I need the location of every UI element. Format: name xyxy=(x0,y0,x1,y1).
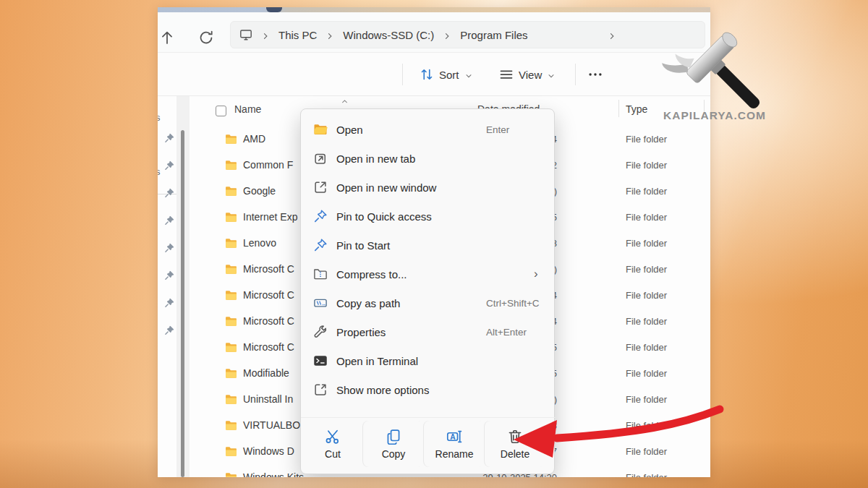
command-toolbar: Sort View xyxy=(158,53,710,96)
folder-icon xyxy=(224,211,238,223)
copy-icon xyxy=(386,429,401,445)
menu-item-shortcut: Alt+Enter xyxy=(486,327,527,338)
menu-item-label: Compress to... xyxy=(336,268,407,281)
sort-label: Sort xyxy=(439,69,459,81)
breadcrumb-segment[interactable]: Program Files xyxy=(443,29,527,41)
menu-item-shortcut: Ctrl+Shift+C xyxy=(486,298,540,309)
breadcrumb-label[interactable]: Windows-SSD (C:) xyxy=(343,29,434,41)
chevron-right-icon xyxy=(534,269,544,279)
file-type: File folder xyxy=(626,212,667,223)
file-name: Windows Kits xyxy=(243,471,304,477)
watermark-text: KAPILARYA.COM xyxy=(663,109,766,121)
folder-icon xyxy=(224,289,238,301)
chevron-down-icon xyxy=(547,70,556,79)
desktop-background: { "colors": { "accent_blue": "#2f7bd0", … xyxy=(0,0,868,488)
chevron-right-icon xyxy=(326,30,334,39)
context-menu-item[interactable]: Open in new window xyxy=(301,173,554,202)
file-name: Google xyxy=(243,185,276,197)
action-label: Copy xyxy=(382,448,406,460)
copy-path-icon xyxy=(313,296,328,310)
file-name: Microsoft C xyxy=(243,315,294,327)
pin-icon xyxy=(313,238,328,252)
chevron-right-icon xyxy=(261,30,270,39)
tab-strip xyxy=(158,7,710,12)
toolbar-divider xyxy=(575,64,576,85)
breadcrumb[interactable]: This PC Windows-SSD (C:) Program Files xyxy=(230,21,705,48)
column-divider[interactable] xyxy=(618,100,619,117)
sort-button[interactable]: Sort xyxy=(420,63,473,86)
action-label: Cut xyxy=(325,448,341,460)
context-menu-item[interactable]: Pin to Quick access xyxy=(301,202,554,231)
sort-ascending-icon xyxy=(340,96,349,106)
context-menu-action-button[interactable]: A Rename xyxy=(424,421,485,467)
chevron-right-icon xyxy=(443,30,451,39)
breadcrumb-segment[interactable]: This PC xyxy=(261,29,317,41)
pin-icon xyxy=(313,209,328,223)
monitor-icon xyxy=(239,28,252,41)
sort-icon xyxy=(420,67,434,82)
properties-icon xyxy=(313,325,328,339)
breadcrumb-label[interactable]: Program Files xyxy=(460,29,527,41)
folder-icon xyxy=(224,341,238,354)
folder-icon xyxy=(224,367,238,380)
file-type: File folder xyxy=(626,290,667,301)
folder-icon xyxy=(224,445,238,458)
folder-icon xyxy=(224,237,238,249)
hammer-watermark: KAPILARYA.COM xyxy=(644,11,810,130)
context-menu-item[interactable]: Open in new tab xyxy=(301,144,554,173)
file-type: File folder xyxy=(626,316,667,327)
action-label: Rename xyxy=(435,448,474,460)
view-label: View xyxy=(519,69,542,81)
folder-icon xyxy=(224,133,238,145)
open-new-tab-icon xyxy=(313,151,328,166)
chevron-down-icon xyxy=(464,70,473,79)
menu-item-label: Pin to Start xyxy=(336,239,390,252)
folder-icon xyxy=(224,263,238,275)
tab-notch xyxy=(266,7,282,12)
file-name: Microsoft C xyxy=(243,341,294,353)
refresh-icon[interactable] xyxy=(198,30,214,46)
context-menu-item[interactable]: Pin to Start xyxy=(301,231,554,260)
chevron-right-icon[interactable] xyxy=(608,30,616,39)
file-type: File folder xyxy=(626,134,667,145)
folder-icon xyxy=(224,159,238,171)
address-bar: This PC Windows-SSD (C:) Program Files xyxy=(158,12,710,53)
file-name: Windows D xyxy=(243,445,294,457)
breadcrumb-label[interactable]: This PC xyxy=(278,29,317,41)
file-name: Modifiable xyxy=(243,367,289,379)
view-button[interactable]: View xyxy=(499,63,556,86)
up-arrow-icon[interactable] xyxy=(159,30,175,46)
column-header-name[interactable]: Name xyxy=(234,103,261,115)
menu-item-shortcut: Enter xyxy=(486,124,509,135)
file-type: File folder xyxy=(626,160,667,171)
file-name: Microsoft C xyxy=(243,289,294,301)
select-all-checkbox[interactable] xyxy=(216,106,226,116)
context-menu-item[interactable]: Open in Terminal xyxy=(301,346,554,375)
context-menu-action-button[interactable]: Copy xyxy=(363,421,424,467)
more-options-icon[interactable] xyxy=(587,67,603,82)
context-menu-item[interactable]: Open Enter xyxy=(301,115,554,144)
open-folder-icon xyxy=(313,122,328,137)
toolbar-button[interactable] xyxy=(158,67,174,82)
context-menu-item[interactable]: Compress to... xyxy=(301,260,554,288)
context-menu-item[interactable]: Properties Alt+Enter xyxy=(301,317,554,346)
menu-item-label: Copy as path xyxy=(336,297,400,309)
folder-icon xyxy=(224,419,238,432)
file-name: Common F xyxy=(243,159,293,171)
menu-item-label: Properties xyxy=(336,326,386,338)
context-menu-item[interactable]: Copy as path Ctrl+Shift+C xyxy=(301,288,554,317)
nav-pane-fragment: s xyxy=(158,112,161,123)
file-name: AMD xyxy=(243,133,265,145)
file-name: VIRTUALBO xyxy=(243,419,300,431)
file-type: File folder xyxy=(626,368,667,379)
context-menu-items: Open Enter Open in new tab Open in new w… xyxy=(301,115,554,404)
file-type: File folder xyxy=(626,264,667,275)
view-icon xyxy=(499,67,514,82)
menu-item-label: Open in new window xyxy=(336,181,436,194)
breadcrumb-segment[interactable]: Windows-SSD (C:) xyxy=(326,29,434,41)
file-type: File folder xyxy=(626,238,667,249)
compress-icon xyxy=(313,267,328,281)
context-menu-action-button[interactable]: Cut xyxy=(302,421,363,467)
folder-icon xyxy=(224,315,238,328)
file-name: Uninstall In xyxy=(243,393,293,405)
